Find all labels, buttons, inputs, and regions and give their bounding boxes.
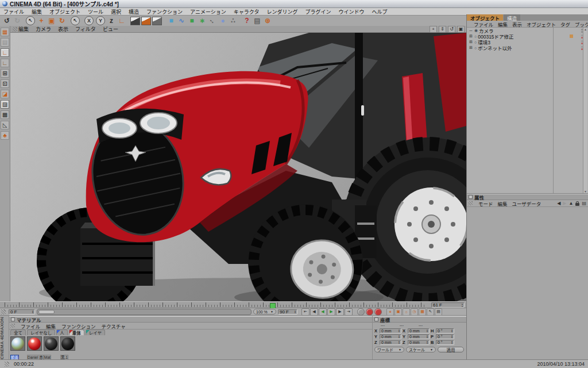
key-parameter-icon[interactable]: ◷: [411, 308, 418, 316]
undo-icon[interactable]: ↺: [2, 16, 12, 25]
object-manager-menu-item[interactable]: ファイル: [474, 21, 493, 28]
forward-icon[interactable]: ▶: [563, 201, 566, 206]
material-layer-tab[interactable]: レイヤ: [86, 329, 105, 335]
add-cube-icon[interactable]: ■: [166, 16, 176, 25]
position-field[interactable]: 0 mm▴▾: [380, 328, 401, 334]
render-view-icon[interactable]: [130, 17, 140, 25]
end-frame-field[interactable]: 90 F ▴▾: [278, 309, 297, 315]
redo-icon[interactable]: ↻: [12, 16, 22, 25]
viewport-menu-item[interactable]: フィルタ: [75, 25, 96, 33]
expand-icon[interactable]: ⊞: [469, 40, 473, 44]
prev-key-button[interactable]: ◀: [310, 308, 318, 316]
object-manager-menu-item[interactable]: タグ: [560, 21, 570, 28]
material-mat[interactable]: Mat: [44, 336, 59, 361]
viewport-menu-item[interactable]: 表示: [58, 25, 68, 33]
layer-color[interactable]: [570, 40, 573, 44]
expand-icon[interactable]: ⊞: [469, 34, 473, 39]
rotation-field[interactable]: 0 °▴▾: [436, 334, 454, 339]
render-settings-icon[interactable]: [141, 17, 151, 25]
play-forward-button[interactable]: ▶: [327, 308, 335, 316]
model-mode-icon[interactable]: ∟: [1, 48, 9, 57]
menu-item[interactable]: アニメーション: [190, 8, 226, 16]
help-icon[interactable]: ?: [242, 16, 252, 25]
key-pointer-icon[interactable]: ↖: [427, 308, 434, 316]
key-position-icon[interactable]: +: [386, 308, 394, 316]
material-preview[interactable]: [44, 336, 59, 351]
material-layer-tab[interactable]: 車体: [69, 329, 84, 335]
material-preview[interactable]: [10, 336, 25, 351]
scale-field[interactable]: 0 mm▴▾: [408, 334, 430, 339]
menu-item[interactable]: ファンクション: [146, 8, 183, 16]
polygons-mode-icon[interactable]: ◪: [1, 90, 9, 98]
scale-field[interactable]: 0 mm▴▾: [408, 340, 430, 345]
zoom-dropdown[interactable]: 100 % ▼: [253, 309, 276, 315]
menu-item[interactable]: ツール: [88, 8, 103, 16]
add-deformer-icon[interactable]: ↔: [207, 16, 218, 25]
snap-icon[interactable]: ♣: [1, 131, 9, 140]
object-manager-tab[interactable]: オブジェクト: [467, 14, 503, 21]
up-icon[interactable]: ▲: [569, 201, 574, 206]
menu-item[interactable]: キャラクタ: [234, 8, 260, 16]
lock-icon[interactable]: [575, 203, 579, 206]
rotation-field[interactable]: 0 °▴▾: [436, 328, 454, 334]
materials-menu-item[interactable]: テクスチャ: [102, 323, 126, 329]
timeline-slider-handle[interactable]: [38, 310, 55, 314]
stepper-icon[interactable]: ▴▾: [32, 310, 33, 313]
viewport-menu-item[interactable]: 編集: [18, 25, 29, 33]
layer-color[interactable]: [570, 29, 573, 32]
add-modeling-icon[interactable]: ∗: [197, 16, 207, 25]
menu-item[interactable]: 編集: [32, 8, 42, 16]
last-tool-icon[interactable]: ↖: [71, 16, 80, 25]
position-field[interactable]: 0 mm▴▾: [380, 334, 401, 339]
menu-item[interactable]: プラグイン: [305, 8, 331, 16]
object-tree-scrollbar[interactable]: ▲ ▼: [583, 28, 587, 193]
viewport-menu-item[interactable]: ビュー: [103, 25, 118, 33]
stepper-icon[interactable]: ▴▾: [462, 303, 463, 306]
points-mode-icon[interactable]: ⊞: [1, 69, 9, 78]
make-editable-icon[interactable]: ▦: [1, 28, 9, 36]
add-spline-icon[interactable]: ∿: [176, 16, 187, 25]
maximize-view-icon[interactable]: ▣: [457, 26, 465, 33]
move-icon[interactable]: +: [36, 16, 47, 25]
attributes-menu-item[interactable]: モード: [478, 200, 493, 207]
record-objects-button[interactable]: [374, 308, 382, 316]
space-dropdown[interactable]: ワールド ▼: [374, 347, 404, 352]
viewport-3d[interactable]: [10, 33, 466, 301]
scroll-down-icon[interactable]: ▼: [584, 190, 587, 193]
scroll-up-icon[interactable]: ▲: [584, 28, 587, 31]
menu-item[interactable]: ヘルプ: [372, 8, 387, 16]
record-keyframe-button[interactable]: [357, 308, 365, 316]
back-icon[interactable]: ◀: [557, 201, 560, 206]
object-axis-icon[interactable]: ∟: [1, 59, 9, 67]
tree-item-except-bonnet[interactable]: ⊞ ○ ボンネット以外: [467, 45, 588, 51]
panel-pin-icon[interactable]: [374, 317, 378, 321]
rotation-field[interactable]: 0 °▴▾: [436, 340, 454, 345]
key-pla-icon[interactable]: ▦: [419, 308, 426, 316]
texture-axis-icon[interactable]: ▩: [1, 110, 9, 119]
object-manager-menu-item[interactable]: 編集: [498, 21, 508, 28]
drag-handle[interactable]: [10, 324, 15, 328]
current-frame-field[interactable]: 0 F ▴▾: [9, 309, 35, 315]
expand-icon[interactable]: ⊞: [469, 45, 473, 50]
material-layer-tab[interactable]: 人: [56, 329, 68, 335]
dolly-view-icon[interactable]: ⇕: [439, 26, 446, 33]
panel-pin-icon[interactable]: [11, 317, 15, 321]
object-label[interactable]: ボンネット以外: [478, 44, 512, 51]
picture-viewer-icon[interactable]: [152, 17, 162, 25]
content-browser-icon[interactable]: ▤: [252, 16, 262, 25]
numeric-input-icon[interactable]: ▤: [1, 38, 9, 47]
drag-handle[interactable]: [13, 27, 17, 32]
lock-z-icon[interactable]: z: [106, 16, 117, 25]
attributes-menu-item[interactable]: 編集: [498, 200, 508, 207]
drag-handle[interactable]: [1, 309, 6, 315]
play-backward-button[interactable]: ◀: [319, 308, 327, 316]
materials-menu-item[interactable]: ファンクション: [61, 323, 96, 329]
layer-color[interactable]: [570, 34, 573, 38]
key-scale-icon[interactable]: ▣: [394, 308, 402, 316]
add-environment-icon[interactable]: ●: [218, 16, 228, 25]
scale-icon[interactable]: ▣: [47, 16, 57, 25]
lock-x-icon[interactable]: X: [84, 16, 94, 25]
rotate-icon[interactable]: ↻: [57, 16, 67, 25]
lock-y-icon[interactable]: Y: [96, 16, 105, 25]
autokey-button[interactable]: [366, 308, 373, 316]
